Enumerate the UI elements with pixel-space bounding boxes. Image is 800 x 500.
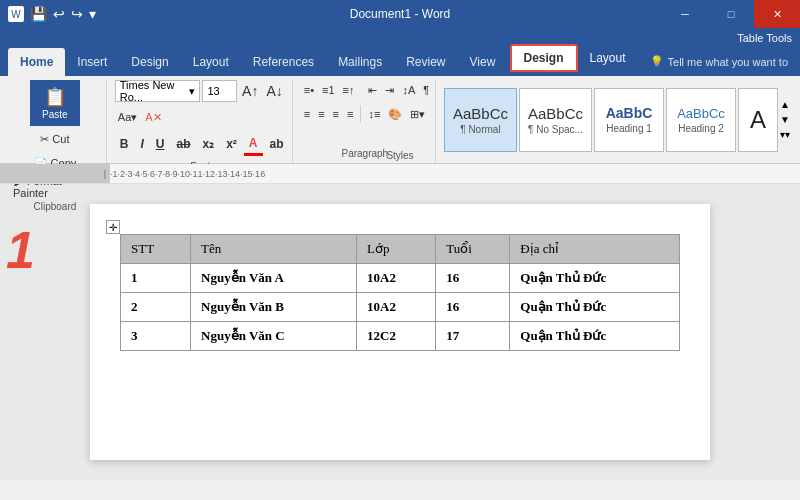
paste-btn[interactable]: 📋 Paste [30,80,80,126]
cell-1-4[interactable]: Quận Thủ Đức [510,293,680,322]
word-icon: W [8,6,24,22]
decrease-indent-btn[interactable]: ⇤ [365,80,380,100]
save-btn[interactable]: 💾 [30,6,47,22]
font-shrink-btn[interactable]: A↓ [263,80,285,102]
customize-btn[interactable]: ▾ [89,6,96,22]
cell-2-3[interactable]: 17 [436,322,510,351]
redo-btn[interactable]: ↪ [71,6,83,22]
style-title[interactable]: A [738,88,778,152]
style-h2-preview: AaBbCc [677,106,725,121]
line-spacing-btn[interactable]: ↕≡ [365,104,383,124]
style-normal[interactable]: AaBbCc ¶ Normal [444,88,517,152]
styles-down-btn[interactable]: ▼ [780,114,790,125]
bullets-btn[interactable]: ≡• [301,80,317,100]
para-row2: ≡ ≡ ≡ ≡ ↕≡ 🎨 ⊞▾ [301,104,429,124]
table-move-handle[interactable]: ✛ [106,220,120,234]
align-left-btn[interactable]: ≡ [301,104,313,124]
font-name-box[interactable]: Times New Ro... ▾ [115,80,201,102]
document-title: Document1 - Word [350,7,450,21]
cell-0-4[interactable]: Quận Thủ Đức [510,264,680,293]
document-page: ✛ STT Tên Lớp Tuổi Địa chỉ 1Nguyễn Văn A… [90,204,710,460]
style-normal-preview: AaBbCc [453,105,508,122]
cell-2-4[interactable]: Quận Thủ Đức [510,322,680,351]
tell-me-box[interactable]: 💡 Tell me what you want to [638,51,800,72]
tab-table-design[interactable]: Design [510,44,578,72]
cell-1-0[interactable]: 2 [121,293,191,322]
clear-format-btn[interactable]: A✕ [142,106,164,128]
styles-label: Styles [0,147,800,161]
cell-0-3[interactable]: 16 [436,264,510,293]
table-row: 2Nguyễn Văn B10A216Quận Thủ Đức [121,293,680,322]
tab-references[interactable]: References [241,48,326,76]
align-center-btn[interactable]: ≡ [315,104,327,124]
tab-home[interactable]: Home [8,48,65,76]
style-h1-name: Heading 1 [606,123,652,134]
show-formatting-btn[interactable]: ¶ [420,80,432,100]
justify-btn[interactable]: ≡ [344,104,356,124]
styles-expand-btn[interactable]: ▾▾ [780,129,790,140]
document-area: 1 ✛ STT Tên Lớp Tuổi Địa chỉ 1N [0,184,800,480]
numbering-btn[interactable]: ≡1 [319,80,338,100]
tab-view[interactable]: View [458,48,508,76]
tab-mailings[interactable]: Mailings [326,48,394,76]
font-size-text: 13 [207,85,219,97]
styles-scroll[interactable]: ▲ ▼ ▾▾ [780,99,790,140]
col-ten: Tên [191,235,357,264]
font-size-box[interactable]: 13 [202,80,237,102]
quick-access-toolbar[interactable]: W 💾 ↩ ↪ ▾ [8,6,96,22]
styles-up-btn[interactable]: ▲ [780,99,790,110]
style-heading2[interactable]: AaBbCc Heading 2 [666,88,736,152]
cell-2-1[interactable]: Nguyễn Văn C [191,322,357,351]
borders-btn[interactable]: ⊞▾ [407,104,428,124]
minimize-btn[interactable]: ─ [662,0,708,28]
multilevel-btn[interactable]: ≡↑ [340,80,358,100]
cell-2-2[interactable]: 12C2 [357,322,436,351]
col-stt: STT [121,235,191,264]
data-table: STT Tên Lớp Tuổi Địa chỉ 1Nguyễn Văn A10… [120,234,680,351]
tab-design[interactable]: Design [119,48,180,76]
font-grow-btn[interactable]: A↑ [239,80,261,102]
style-normal-name: ¶ Normal [460,124,500,135]
tab-review[interactable]: Review [394,48,457,76]
style-h2-name: Heading 2 [678,123,724,134]
cell-1-1[interactable]: Nguyễn Văn B [191,293,357,322]
font-row2: Aa▾ A✕ [115,106,286,128]
shading-btn[interactable]: 🎨 [385,104,405,124]
font-row1: Times New Ro... ▾ 13 A↑ A↓ [115,80,286,102]
cell-1-3[interactable]: 16 [436,293,510,322]
cell-0-1[interactable]: Nguyễn Văn A [191,264,357,293]
title-bar: W 💾 ↩ ↪ ▾ Document1 - Word ─ □ ✕ [0,0,800,28]
cell-2-0[interactable]: 3 [121,322,191,351]
lightbulb-icon: 💡 [650,55,664,68]
style-nospace-preview: AaBbCc [528,105,583,122]
table-row: 3Nguyễn Văn C12C217Quận Thủ Đức [121,322,680,351]
style-heading1[interactable]: AaBbC Heading 1 [594,88,664,152]
annotation-1: 1 [6,224,35,480]
tab-layout[interactable]: Layout [181,48,241,76]
table-header-row: STT Tên Lớp Tuổi Địa chỉ [121,235,680,264]
restore-btn[interactable]: □ [708,0,754,28]
font-dropdown-icon[interactable]: ▾ [189,85,195,98]
table-tools-label: Table Tools [737,28,800,44]
tell-me-text[interactable]: Tell me what you want to [668,56,788,68]
align-right-btn[interactable]: ≡ [330,104,342,124]
window-controls[interactable]: ─ □ ✕ [662,0,800,28]
cell-1-2[interactable]: 10A2 [357,293,436,322]
change-case-btn[interactable]: Aa▾ [115,106,140,128]
cell-0-0[interactable]: 1 [121,264,191,293]
ruler-left-margin: | [104,169,106,179]
sort-btn[interactable]: ↕A [399,80,418,100]
table-row: 1Nguyễn Văn A10A216Quận Thủ Đức [121,264,680,293]
ruler: | ·1·2·3·4·5·6·7·8·9·10·11·12·13·14·15·1… [0,164,800,184]
undo-btn[interactable]: ↩ [53,6,65,22]
ribbon: 📋 Paste ✂ Cut 📄 Copy 🖌 Format Painter Cl… [0,76,800,164]
close-btn[interactable]: ✕ [754,0,800,28]
increase-indent-btn[interactable]: ⇥ [382,80,397,100]
style-title-preview: A [750,106,766,134]
style-no-spacing[interactable]: AaBbCc ¶ No Spac... [519,88,592,152]
tab-table-layout[interactable]: Layout [578,44,638,72]
cell-0-2[interactable]: 10A2 [357,264,436,293]
tab-insert[interactable]: Insert [65,48,119,76]
styles-group: AaBbCc ¶ Normal AaBbCc ¶ No Spac... AaBb… [438,80,796,163]
style-nospace-name: ¶ No Spac... [528,124,583,135]
